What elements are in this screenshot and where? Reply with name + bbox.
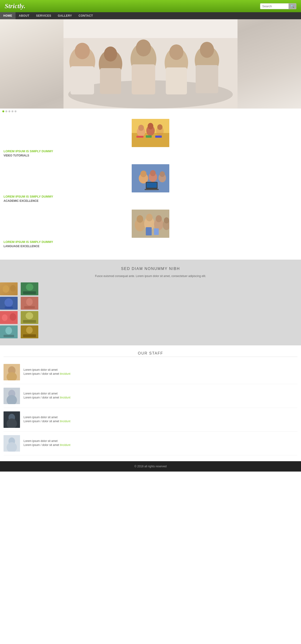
staff-link-2[interactable]: tincidunt bbox=[60, 396, 71, 399]
svg-point-3 bbox=[75, 43, 90, 59]
staff-item-4: Lorem ipsum dolor sit amet Lorem ipsum /… bbox=[4, 432, 297, 455]
svg-point-72 bbox=[26, 326, 33, 334]
gray-section-description: Fusce euismod consequat ante. Lorem ipsu… bbox=[0, 274, 301, 278]
staff-text2-1: Lorem ipsum / dolor sit amet tincidunt bbox=[24, 372, 70, 376]
svg-point-66 bbox=[26, 312, 33, 319]
svg-rect-7 bbox=[100, 68, 121, 94]
gallery-thumb-5[interactable] bbox=[0, 311, 18, 324]
staff-info-1: Lorem ipsum dolor sit amet Lorem ipsum /… bbox=[24, 368, 70, 376]
slider-dot-2[interactable] bbox=[6, 110, 7, 112]
section-language: LOREM IPSUM IS SIMPLY DUMMY LANGUAGE EXC… bbox=[4, 210, 297, 248]
section-image-wrap-1 bbox=[4, 119, 297, 147]
section-image-2 bbox=[132, 164, 169, 192]
hero-banner bbox=[0, 19, 301, 108]
nav-services[interactable]: SERVICES bbox=[33, 12, 54, 19]
staff-text1-3: Lorem ipsum dolor sit amet bbox=[24, 416, 70, 419]
slider-dots bbox=[0, 108, 301, 114]
svg-point-33 bbox=[150, 170, 156, 176]
gallery-thumb-8[interactable] bbox=[21, 326, 38, 338]
nav-contact[interactable]: CONTACT bbox=[75, 12, 96, 19]
hero-image bbox=[0, 19, 301, 108]
staff-info-3: Lorem ipsum dolor sit amet Lorem ipsum /… bbox=[24, 416, 70, 424]
svg-point-43 bbox=[146, 214, 153, 221]
staff-photo-3 bbox=[4, 412, 20, 428]
svg-rect-4 bbox=[71, 66, 94, 94]
svg-rect-49 bbox=[154, 228, 159, 235]
nav-home[interactable]: HOME bbox=[0, 12, 16, 19]
svg-rect-28 bbox=[155, 136, 162, 138]
main-content: LOREM IPSUM IS SIMPLY DUMMY VIDEO TUTORI… bbox=[0, 114, 301, 260]
search-button[interactable]: 🔍 bbox=[288, 4, 296, 9]
svg-rect-27 bbox=[146, 135, 152, 138]
gallery-thumb-3[interactable] bbox=[0, 297, 18, 310]
svg-rect-26 bbox=[136, 136, 143, 138]
slider-dot-5[interactable] bbox=[15, 110, 17, 112]
header: Strictly. 🔍 bbox=[0, 0, 301, 12]
svg-rect-13 bbox=[166, 68, 187, 94]
gallery-thumb-7[interactable] bbox=[0, 326, 18, 338]
svg-point-69 bbox=[6, 327, 12, 334]
gallery-thumb-4[interactable] bbox=[21, 297, 38, 310]
gray-section: SED DIAM NONUMMY NIBH Fusce euismod cons… bbox=[0, 260, 301, 346]
staff-text1-1: Lorem ipsum dolor sit amet bbox=[24, 368, 70, 372]
section-title-1: LOREM IPSUM IS SIMPLY DUMMY bbox=[4, 150, 297, 153]
staff-link-3[interactable]: tincidunt bbox=[60, 420, 71, 423]
staff-photo-4 bbox=[4, 435, 20, 452]
staff-photo-2 bbox=[4, 388, 20, 404]
slider-dot-3[interactable] bbox=[9, 110, 10, 112]
svg-rect-70 bbox=[4, 335, 14, 337]
svg-point-41 bbox=[137, 215, 143, 223]
gallery-thumb-1[interactable] bbox=[0, 282, 18, 295]
section-image-wrap-3 bbox=[4, 210, 297, 238]
svg-point-15 bbox=[200, 42, 214, 58]
nav-about[interactable]: ABOUT bbox=[16, 12, 33, 19]
nav-gallery[interactable]: GALLERY bbox=[55, 12, 75, 19]
svg-point-9 bbox=[136, 40, 151, 56]
navigation: HOME ABOUT SERVICES GALLERY CONTACT bbox=[0, 12, 301, 19]
staff-text2-4: Lorem ipsum / dolor sit amet tincidunt bbox=[24, 443, 70, 447]
section-image-3 bbox=[132, 210, 169, 238]
staff-text1-4: Lorem ipsum dolor sit amet bbox=[24, 439, 70, 443]
svg-point-45 bbox=[156, 215, 162, 222]
svg-point-51 bbox=[3, 285, 9, 293]
svg-point-35 bbox=[160, 171, 165, 177]
svg-point-21 bbox=[138, 125, 144, 131]
svg-point-23 bbox=[148, 123, 153, 130]
svg-point-52 bbox=[10, 285, 16, 292]
svg-rect-38 bbox=[145, 189, 159, 190]
svg-rect-48 bbox=[146, 227, 152, 236]
svg-rect-67 bbox=[23, 320, 36, 323]
section-subtitle-3: LANGUAGE EXCELLENCE bbox=[4, 244, 297, 248]
section-subtitle-1: VIDEO TUTORIALS bbox=[4, 154, 297, 157]
slider-dot-4[interactable] bbox=[12, 110, 14, 112]
svg-rect-37 bbox=[147, 182, 157, 188]
section-title-3: LOREM IPSUM IS SIMPLY DUMMY bbox=[4, 240, 297, 244]
gallery-thumb-6[interactable] bbox=[21, 311, 38, 324]
search-input[interactable] bbox=[260, 4, 288, 9]
staff-photo-1 bbox=[4, 364, 20, 380]
svg-rect-16 bbox=[196, 65, 218, 93]
slider-dot-1[interactable] bbox=[2, 110, 4, 112]
svg-point-64 bbox=[10, 313, 16, 321]
footer-text: © 2018 all rights reserved bbox=[135, 465, 167, 468]
section-subtitle-2: ACADEMIC EXCELLENCE bbox=[4, 199, 297, 202]
section-video-tutorials: LOREM IPSUM IS SIMPLY DUMMY VIDEO TUTORI… bbox=[4, 119, 297, 157]
staff-text1-2: Lorem ipsum dolor sit amet bbox=[24, 392, 70, 395]
staff-text2-3: Lorem ipsum / dolor sit amet tincidunt bbox=[24, 420, 70, 423]
staff-info-4: Lorem ipsum dolor sit amet Lorem ipsum /… bbox=[24, 439, 70, 447]
section-title-2: LOREM IPSUM IS SIMPLY DUMMY bbox=[4, 195, 297, 198]
staff-link-4[interactable]: tincidunt bbox=[60, 443, 71, 447]
staff-text2-2: Lorem ipsum / dolor sit amet tincidunt bbox=[24, 396, 70, 399]
staff-link-1[interactable]: tincidunt bbox=[60, 372, 71, 376]
gallery-thumb-2[interactable] bbox=[21, 282, 38, 295]
gallery-grid bbox=[0, 282, 40, 338]
svg-point-47 bbox=[164, 217, 169, 224]
staff-item-2: Lorem ipsum dolor sit amet Lorem ipsum /… bbox=[4, 384, 297, 408]
svg-point-60 bbox=[26, 298, 33, 306]
svg-point-57 bbox=[5, 298, 13, 307]
svg-rect-61 bbox=[24, 306, 35, 308]
svg-rect-55 bbox=[23, 291, 36, 294]
staff-heading: OUR STAFF bbox=[4, 351, 297, 356]
svg-point-6 bbox=[104, 46, 117, 62]
staff-divider bbox=[4, 357, 297, 357]
